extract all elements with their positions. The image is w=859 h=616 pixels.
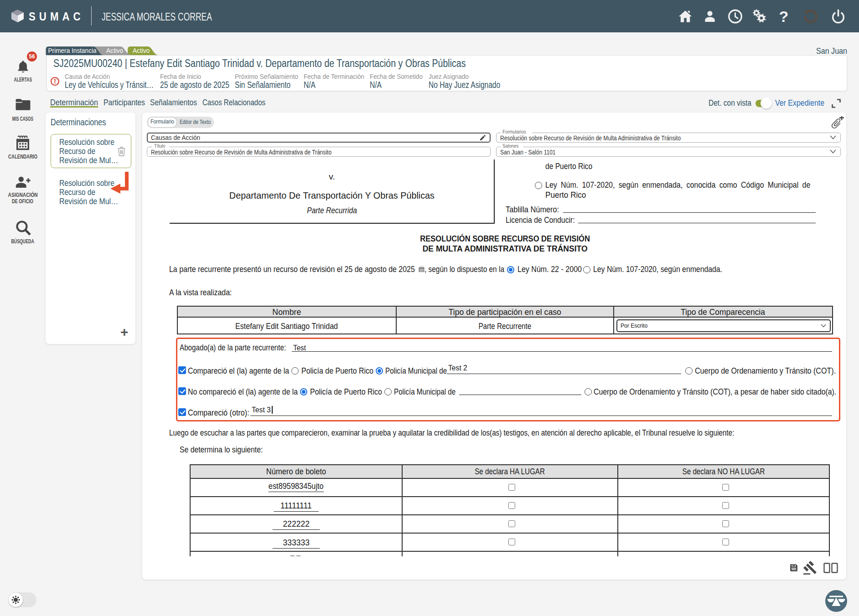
svg-text:?: ? xyxy=(779,8,789,25)
svg-text:Primera Instancia: Primera Instancia xyxy=(48,47,97,55)
svg-text:Activo: Activo xyxy=(106,47,123,55)
svg-text:Activo: Activo xyxy=(133,47,150,55)
